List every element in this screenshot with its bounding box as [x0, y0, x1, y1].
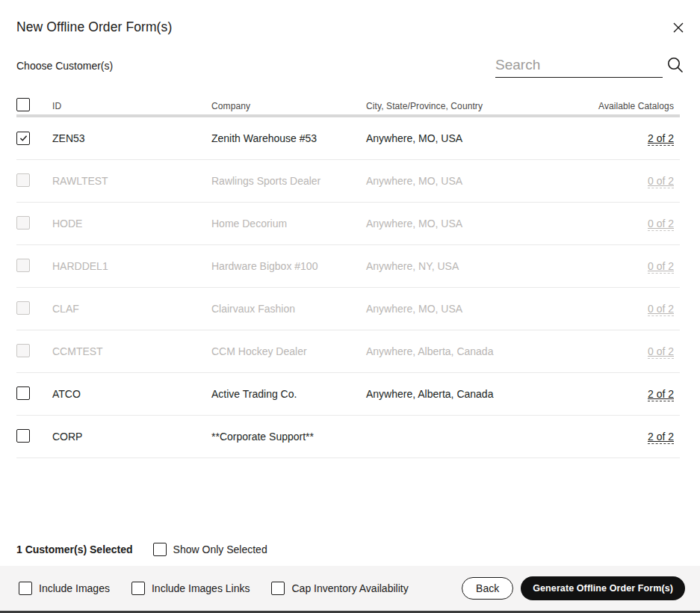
column-header-id: ID: [52, 101, 211, 111]
include-images-label: Include Images: [39, 582, 110, 594]
table-row: CLAF Clairvaux Fashion Anywhere, MO, USA…: [16, 288, 680, 330]
customer-company: Home Decorium: [211, 218, 366, 230]
customer-id: ZEN53: [52, 132, 211, 144]
customer-id: HARDDEL1: [52, 260, 211, 272]
table-row: HARDDEL1 Hardware Bigbox #100 Anywhere, …: [16, 245, 680, 288]
customer-company: Zenith Warehouse #53: [211, 132, 366, 144]
table-row: RAWLTEST Rawlings Sports Dealer Anywhere…: [16, 160, 680, 203]
available-catalogs-link: 0 of 2: [648, 345, 674, 359]
row-checkbox: [16, 344, 30, 357]
row-checkbox[interactable]: [16, 132, 30, 145]
selection-footer: 1 Customer(s) Selected Show Only Selecte…: [16, 543, 267, 556]
available-catalogs-link: 0 of 2: [648, 260, 674, 274]
cap-inventory-checkbox[interactable]: [271, 582, 285, 595]
row-checkbox: [16, 259, 30, 272]
column-header-catalogs: Available Catalogs: [554, 101, 680, 111]
row-checkbox: [16, 216, 30, 230]
customer-company: Clairvaux Fashion: [211, 303, 366, 315]
cap-inventory-option: Cap Inventory Availability: [271, 582, 408, 595]
show-only-selected-checkbox[interactable]: [153, 543, 167, 556]
row-checkbox[interactable]: [16, 386, 30, 400]
include-images-links-label: Include Images Links: [152, 582, 250, 594]
available-catalogs-link: 0 of 2: [648, 218, 674, 231]
action-bar-buttons: Back Generate Offline Order Form(s): [462, 576, 685, 600]
customer-city: Anywhere, MO, USA: [366, 132, 554, 144]
customer-company: Hardware Bigbox #100: [211, 260, 366, 272]
show-only-selected-label: Show Only Selected: [173, 543, 267, 555]
customer-city: Anywhere, MO, USA: [366, 218, 554, 230]
column-header-company: Company: [211, 101, 366, 111]
action-bar: Include Images Include Images Links Cap …: [0, 566, 700, 613]
available-catalogs-link[interactable]: 2 of 2: [648, 132, 674, 146]
column-header-city: City, State/Province, Country: [366, 101, 554, 111]
include-images-links-option: Include Images Links: [131, 582, 250, 595]
available-catalogs-link: 0 of 2: [648, 303, 674, 316]
customer-id: CORP: [52, 431, 211, 443]
choose-customers-label: Choose Customer(s): [16, 60, 113, 72]
cap-inventory-label: Cap Inventory Availability: [291, 582, 408, 594]
row-checkbox: [16, 301, 30, 315]
available-catalogs-link: 0 of 2: [648, 175, 674, 188]
search-icon: [666, 65, 684, 76]
customer-id: HODE: [52, 218, 211, 230]
include-images-links-checkbox[interactable]: [131, 582, 145, 595]
table-row: CCMTEST CCM Hockey Dealer Anywhere, Albe…: [16, 330, 680, 373]
customer-company: Active Trading Co.: [211, 388, 366, 400]
customer-company: CCM Hockey Dealer: [211, 345, 366, 357]
available-catalogs-link[interactable]: 2 of 2: [648, 388, 674, 401]
search-input[interactable]: [495, 52, 663, 78]
customer-city: Anywhere, Alberta, Canada: [366, 388, 554, 400]
row-checkbox[interactable]: [16, 429, 30, 443]
select-all-checkbox[interactable]: [16, 98, 30, 111]
table-body: ZEN53 Zenith Warehouse #53 Anywhere, MO,…: [16, 117, 680, 458]
row-checkbox: [16, 173, 30, 187]
customer-id: RAWLTEST: [52, 175, 211, 187]
page-title: New Offline Order Form(s): [16, 19, 172, 35]
generate-offline-order-form-button[interactable]: Generate Offline Order Form(s): [521, 576, 685, 600]
close-button[interactable]: [671, 21, 686, 36]
table-row: HODE Home Decorium Anywhere, MO, USA 0 o…: [16, 203, 680, 245]
customer-city: Anywhere, MO, USA: [366, 303, 554, 315]
customer-city: Anywhere, NY, USA: [366, 260, 554, 272]
available-catalogs-link[interactable]: 2 of 2: [648, 431, 674, 444]
customer-table: ID Company City, State/Province, Country…: [16, 97, 680, 458]
back-button[interactable]: Back: [462, 577, 513, 600]
customer-id: CCMTEST: [52, 345, 211, 357]
table-row: ZEN53 Zenith Warehouse #53 Anywhere, MO,…: [16, 117, 680, 160]
customer-id: ATCO: [52, 388, 211, 400]
selected-count-label: 1 Customer(s) Selected: [16, 543, 133, 555]
table-row: ATCO Active Trading Co. Anywhere, Albert…: [16, 373, 680, 416]
table-header-row: ID Company City, State/Province, Country…: [16, 97, 680, 114]
customer-company: **Corporate Support**: [211, 431, 366, 443]
customer-city: Anywhere, Alberta, Canada: [366, 345, 554, 357]
search-field: [495, 52, 684, 79]
close-icon: [672, 22, 684, 36]
search-button[interactable]: [666, 56, 684, 74]
customer-company: Rawlings Sports Dealer: [211, 175, 366, 187]
customer-id: CLAF: [52, 303, 211, 315]
include-images-option: Include Images: [19, 582, 110, 595]
customer-city: Anywhere, MO, USA: [366, 175, 554, 187]
include-images-checkbox[interactable]: [19, 582, 32, 595]
table-row: CORP **Corporate Support** 2 of 2: [16, 416, 680, 458]
